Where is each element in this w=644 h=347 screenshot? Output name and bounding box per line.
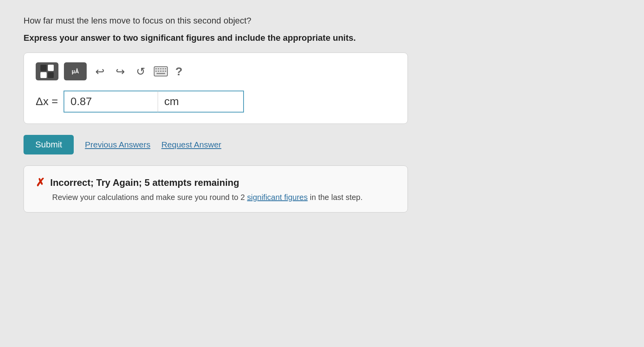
previous-answers-button[interactable]: Previous Answers <box>85 140 150 149</box>
svg-rect-9 <box>162 71 164 72</box>
svg-rect-10 <box>165 71 166 72</box>
redo-button[interactable]: ↪ <box>113 64 127 79</box>
svg-rect-8 <box>160 71 162 72</box>
symbol-button[interactable]: μÅ <box>64 62 87 80</box>
feedback-detail-suffix: in the last step. <box>307 193 362 202</box>
toolbar: μÅ ↩ ↪ ↺ <box>36 62 396 80</box>
action-row: Submit Previous Answers Request Answer <box>24 135 620 154</box>
undo-button[interactable]: ↩ <box>92 64 107 79</box>
value-input[interactable] <box>64 91 158 113</box>
svg-rect-4 <box>162 68 164 69</box>
redo-icon: ↪ <box>116 65 125 78</box>
template-icon-button[interactable] <box>36 62 58 80</box>
svg-rect-6 <box>155 71 157 72</box>
feedback-title-row: ✗ Incorrect; Try Again; 5 attempts remai… <box>36 176 396 189</box>
keyboard-icon <box>154 66 168 76</box>
svg-rect-2 <box>158 68 159 69</box>
symbol-label: μÅ <box>72 68 79 74</box>
svg-rect-3 <box>160 68 162 69</box>
sq4 <box>48 72 54 78</box>
svg-rect-11 <box>156 73 165 74</box>
help-button[interactable]: ? <box>175 65 182 78</box>
svg-rect-5 <box>165 68 166 69</box>
significant-figures-link[interactable]: significant figures <box>247 193 308 202</box>
reset-button[interactable]: ↺ <box>133 64 148 79</box>
feedback-title: Incorrect; Try Again; 5 attempts remaini… <box>50 177 239 188</box>
unit-input[interactable] <box>158 91 244 113</box>
undo-icon: ↩ <box>95 65 104 78</box>
sq1 <box>40 65 47 71</box>
svg-rect-7 <box>158 71 159 72</box>
submit-button[interactable]: Submit <box>24 135 74 154</box>
keyboard-button[interactable] <box>153 64 168 79</box>
feedback-detail: Review your calculations and make sure y… <box>52 193 396 202</box>
svg-rect-1 <box>155 68 157 69</box>
squares-icon <box>40 65 54 78</box>
request-answer-button[interactable]: Request Answer <box>161 140 221 149</box>
question-line2: Express your answer to two significant f… <box>24 33 620 43</box>
feedback-detail-prefix: Review your calculations and make sure y… <box>52 193 247 202</box>
incorrect-icon: ✗ <box>36 176 45 189</box>
answer-box: μÅ ↩ ↪ ↺ <box>24 53 408 124</box>
delta-label: Δx = <box>36 95 58 108</box>
question-line1: How far must the lens move to focus on t… <box>24 16 620 26</box>
sq3 <box>40 72 47 78</box>
feedback-box: ✗ Incorrect; Try Again; 5 attempts remai… <box>24 165 408 213</box>
reset-icon: ↺ <box>136 65 145 78</box>
sq2 <box>48 65 54 71</box>
equation-row: Δx = <box>36 91 396 113</box>
